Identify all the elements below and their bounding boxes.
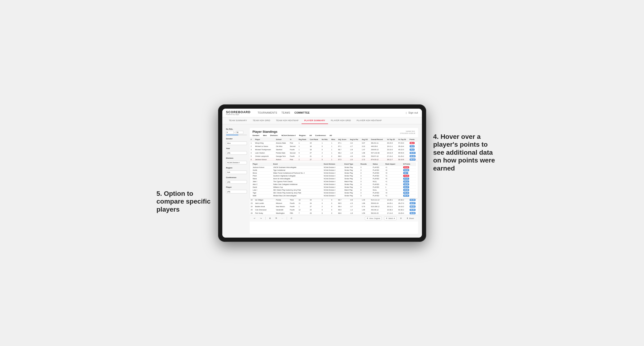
points-badge[interactable]: 60.02	[410, 205, 416, 208]
filter-no-rds-max[interactable]	[236, 131, 243, 134]
filter-division: Division NCAA Division I	[226, 157, 247, 164]
cell-points[interactable]: 88.2	[409, 141, 418, 145]
tt-division: NCAA Division I	[323, 186, 344, 188]
download-button[interactable]: ⬇	[399, 217, 403, 220]
tt-type: Stroke Play	[344, 186, 360, 188]
col-rank: #	[250, 138, 254, 142]
cell-points[interactable]: 60.49	[409, 155, 418, 158]
sign-out-link[interactable]: Sign out	[408, 112, 418, 114]
points-badge[interactable]: 60.49	[410, 155, 416, 157]
cell-avg-sg: 1.68	[361, 201, 370, 205]
cell-avg-sg: 1.43	[361, 198, 370, 201]
points-badge[interactable]: 58.49	[410, 212, 416, 214]
settings-button[interactable]: ⚙	[268, 217, 272, 220]
watch-button[interactable]: 👁 Watch ▾	[384, 217, 396, 220]
tab-team-h2h-grid[interactable]: TEAM H2H GRID	[250, 117, 273, 124]
tooltip-table-body: Jackson Koivun UNCW Seahawk Intercollegi…	[252, 166, 416, 197]
tt-rounds: 3	[360, 166, 372, 169]
cell-no-rds: 1	[321, 141, 330, 145]
cell-points[interactable]: 60.58	[409, 198, 418, 201]
tt-points-badge[interactable]: 56.18	[403, 192, 410, 194]
cell-points[interactable]: 58.49	[409, 211, 418, 215]
annotation-right-text: 4. Hover over a player's points to see a…	[433, 133, 495, 172]
tt-w-points[interactable]: 57.57	[402, 177, 416, 180]
cell-points[interactable]: 76.3	[409, 145, 418, 148]
cell-vs25: 27-10-2	[386, 155, 397, 158]
undo-button[interactable]: ↩	[252, 217, 256, 220]
redo-button[interactable]: ↪	[259, 217, 263, 220]
tt-w-points[interactable]: 25.96	[402, 188, 416, 191]
cell-points[interactable]: 60.27	[409, 201, 418, 205]
filter-conference-select[interactable]: (All)	[226, 180, 247, 184]
tt-points-badge[interactable]: 46.7	[403, 172, 408, 174]
copy-button[interactable]: ⧉	[274, 217, 278, 220]
col-reg-rank: Reg Rank	[298, 138, 309, 142]
nav-tournaments[interactable]: TOURNAMENTS	[258, 112, 277, 114]
tt-w-points[interactable]: 66.40	[402, 194, 416, 197]
tt-w-points[interactable]: 53.60	[402, 169, 416, 172]
cell-reg-rank: 2	[298, 155, 309, 158]
share-button[interactable]: ⬆ Share	[405, 217, 415, 220]
clock-button[interactable]: ⏱	[289, 217, 294, 220]
tt-points-badge[interactable]: 53.60	[403, 169, 410, 171]
tt-points-badge[interactable]: 16.50	[403, 183, 410, 185]
table-row: 22 Ian Gilligan Florida Third 10 24 1 0	[250, 198, 418, 201]
cell-wins: 2	[330, 155, 337, 158]
cell-points[interactable]: 70.2	[409, 148, 418, 151]
filter-player-select[interactable]: (All)	[226, 190, 247, 193]
cell-no-rds: 0	[321, 148, 330, 151]
tab-team-h2h-heatmap[interactable]: TEAM H2H HEATMAP	[273, 117, 302, 124]
tooltip-table-row: Tiger SEC Stroke Play hosted by Jerry Pa…	[252, 191, 416, 194]
view-original-button[interactable]: 👁 View: Original	[365, 217, 382, 220]
tt-w-points[interactable]: 46.7	[402, 172, 416, 174]
filter-region-select[interactable]: N/A	[226, 171, 247, 174]
points-badge[interactable]: 70.2	[410, 149, 415, 151]
cell-reg-rank: 1	[298, 148, 309, 151]
nav-committee[interactable]: COMMITTEE	[294, 112, 310, 114]
tt-points-badge[interactable]: 30.47	[403, 186, 410, 188]
tt-rounds: 3	[360, 186, 372, 188]
cell-points[interactable]: 58.18	[409, 158, 418, 161]
cell-rank: 4	[250, 151, 254, 155]
cell-to-par: -1.6	[349, 151, 361, 155]
tt-points-badge[interactable]: 25.96	[403, 189, 410, 191]
more-button[interactable]: ···	[280, 217, 284, 220]
tt-w-points[interactable]: 30.47	[402, 186, 416, 188]
tab-team-summary[interactable]: TEAM SUMMARY	[226, 117, 250, 124]
points-badge[interactable]: 76.3	[410, 145, 415, 147]
cell-conf-rank: 24	[309, 201, 321, 205]
tt-points-badge[interactable]: 57.57	[403, 177, 410, 180]
cell-points[interactable]: 68.94	[409, 151, 418, 155]
points-badge[interactable]: 88.2	[410, 142, 415, 144]
nav-teams[interactable]: TEAMS	[282, 112, 290, 114]
points-badge[interactable]: 59.95	[410, 209, 416, 211]
filter-gender-select[interactable]: Men	[226, 142, 247, 145]
tt-points-badge[interactable]: 73.23	[403, 175, 410, 177]
tt-w-points[interactable]: 56.18	[402, 191, 416, 194]
tt-w-points[interactable]: 73.23	[402, 174, 416, 177]
cell-points[interactable]: 59.95	[409, 208, 418, 211]
filter-no-rds-min[interactable]	[226, 131, 234, 134]
tt-w-points[interactable]: 16.50	[402, 183, 416, 186]
filter-year-select[interactable]: (All)	[226, 151, 247, 155]
tt-points-badge[interactable]: 53.64	[403, 166, 410, 169]
tt-w-points[interactable]: 53.64	[402, 166, 416, 169]
tt-rounds: 3	[360, 169, 372, 172]
filter-division-select[interactable]: NCAA Division I	[226, 161, 247, 164]
points-badge[interactable]: 68.94	[410, 152, 416, 154]
cell-vs25: 14-26-1	[386, 198, 397, 201]
tt-player: David	[252, 186, 272, 188]
tab-player-h2h-heatmap[interactable]: PLAYER H2H HEATMAP	[354, 117, 384, 124]
tab-player-summary[interactable]: PLAYER SUMMARY	[302, 117, 328, 124]
filter-row: Gender: Men Division: NCAA Division I Re…	[252, 134, 332, 137]
cell-points[interactable]: 60.02	[409, 205, 418, 208]
tt-w-points[interactable]: 24.11	[402, 180, 416, 183]
tt-points-badge[interactable]: 66.40	[403, 195, 410, 197]
points-badge[interactable]: 60.27	[410, 202, 416, 204]
tab-player-h2h-grid[interactable]: PLAYER H2H GRID	[328, 117, 354, 124]
points-badge-hovered[interactable]: 58.18	[410, 159, 416, 161]
cell-yr: First	[289, 158, 298, 161]
tt-points-badge[interactable]: 24.11	[403, 180, 410, 182]
tt-rounds: 3	[360, 180, 372, 183]
points-badge[interactable]: 60.58	[410, 199, 416, 201]
